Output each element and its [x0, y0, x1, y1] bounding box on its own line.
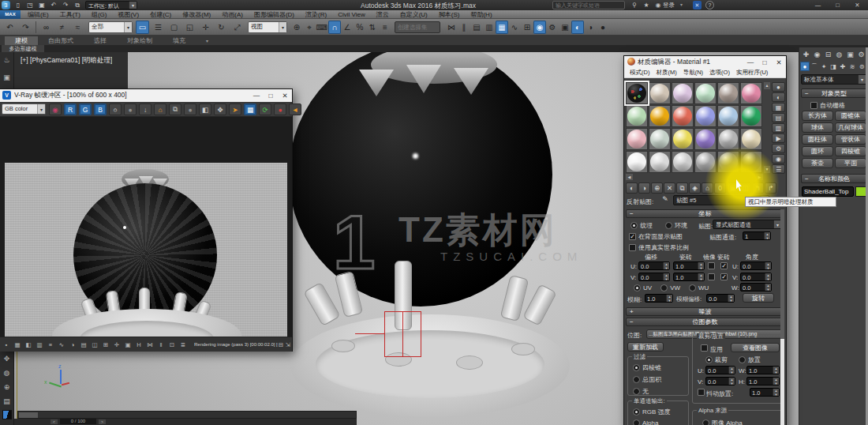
prev-frame-button[interactable]: < [51, 419, 58, 424]
material-swatch[interactable] [672, 82, 694, 104]
menu-item[interactable]: 模式(D) [627, 69, 653, 77]
selection-filter-dropdown[interactable]: 全部▾ [88, 21, 133, 33]
redo-icon[interactable]: ↷ [19, 21, 32, 34]
sample-type-icon[interactable]: ● [772, 82, 785, 92]
menu-item[interactable]: 自定义(U) [395, 11, 433, 19]
tube-button[interactable]: 管状体 [835, 134, 866, 145]
material-swatch[interactable] [672, 105, 694, 127]
place-radio[interactable] [739, 356, 746, 363]
crop-u-spinner[interactable]: 0.0▲▼ [705, 366, 735, 374]
render-last-icon[interactable]: ● [597, 21, 609, 34]
crop-v-spinner[interactable]: 0.0▲▼ [705, 377, 735, 386]
select-rotate-icon[interactable]: ↻ [215, 21, 228, 34]
scene-explorer-icon[interactable]: ▥ [483, 21, 496, 34]
menu-item[interactable]: 实用程序(U) [733, 69, 771, 77]
geosphere-button[interactable]: 几何球体 [835, 122, 866, 133]
material-swatch[interactable] [626, 151, 648, 173]
material-swatch[interactable] [626, 105, 648, 127]
select-move-icon[interactable]: ✛ [199, 21, 212, 34]
subcategory-dropdown[interactable]: 标准基本体▾ [801, 74, 866, 85]
make-copy-icon[interactable]: ⧉ [676, 182, 688, 194]
maximize-button[interactable]: □ [828, 0, 847, 10]
mapping-dropdown[interactable]: 显式贴图通道▾ [713, 220, 782, 229]
time-slider-thumb[interactable] [19, 412, 38, 418]
object-color-swatch[interactable] [855, 186, 866, 197]
spinner-snap-icon[interactable]: ⇅ [366, 21, 379, 34]
menu-item[interactable]: 编辑(E) [22, 11, 54, 19]
ocio-icon[interactable]: ◫ [90, 340, 99, 349]
material-editor-title-bar[interactable]: 材质编辑器 - Material #1 —□✕ [624, 56, 786, 68]
duplicate-buffer-icon[interactable]: ◧ [199, 103, 211, 115]
params-scrollbar-thumb[interactable] [780, 339, 784, 425]
menu-item[interactable]: 导航(N) [680, 69, 706, 77]
cameras-category-icon[interactable]: ◨ [829, 62, 838, 71]
minimize-button[interactable]: — [249, 89, 264, 102]
material-swatch[interactable] [694, 128, 716, 150]
menu-item[interactable]: 渲云 [371, 11, 395, 19]
track-mouse-icon[interactable]: ✥ [214, 103, 226, 115]
curves-icon[interactable]: ∿ [57, 340, 66, 349]
sphere-button[interactable]: 球体 [802, 122, 833, 133]
layer-manager-icon[interactable]: ▤ [470, 21, 483, 34]
chevron-down-icon[interactable]: ▾ [680, 2, 683, 7]
alpha-channel-icon[interactable]: ○ [109, 103, 122, 115]
menu-item[interactable]: 脚本(S) [433, 11, 466, 19]
curve-editor-icon[interactable]: ∿ [508, 21, 521, 34]
menu-item[interactable]: 创建(C) [144, 11, 177, 19]
crop-radio[interactable] [705, 356, 713, 363]
material-swatch[interactable] [717, 151, 739, 173]
material-swatch[interactable] [672, 151, 694, 173]
icc-icon[interactable]: ⊞ [101, 340, 110, 349]
help-icon[interactable]: ? [705, 1, 714, 9]
render-production-icon[interactable]: ◐ [571, 21, 584, 34]
menu-item[interactable]: Civil View [332, 11, 371, 19]
reload-button[interactable]: 重新加载 [627, 342, 664, 352]
menu-item[interactable]: 修改器(M) [177, 11, 216, 19]
load-image-icon[interactable]: ⌂ [154, 103, 166, 115]
material-swatch[interactable] [717, 82, 739, 104]
jitter-spinner[interactable]: 1.0▲▼ [750, 388, 780, 397]
history-icon[interactable]: ≣ [178, 340, 188, 349]
go-parent-icon[interactable]: ↰ [752, 182, 764, 194]
u-offset-spinner[interactable]: 0.0▲▼ [638, 261, 670, 270]
environment-radio[interactable] [665, 222, 672, 229]
v-mirror-checkbox[interactable] [708, 273, 715, 280]
last-vfb-icon[interactable]: ◄ [289, 103, 301, 115]
show-on-back-checkbox[interactable] [629, 233, 636, 240]
pan-hand-icon[interactable]: ✥ [2, 354, 12, 363]
cone-button[interactable]: 圆锥体 [835, 111, 866, 121]
wu-radio[interactable] [689, 284, 696, 291]
select-object-icon[interactable]: ▭ [136, 21, 149, 34]
material-swatch[interactable] [626, 128, 648, 150]
background-icon[interactable]: ▦ [13, 340, 22, 349]
alpha-image-radio[interactable] [702, 419, 709, 425]
account-icon[interactable]: ◉ [653, 1, 663, 9]
viewport-label[interactable]: [+] [PhysCamera01] [明暗处理] [21, 56, 112, 66]
angle-snap-icon[interactable]: ∠ [341, 21, 354, 34]
percent-snap-icon[interactable]: % [354, 21, 366, 34]
jitter-checkbox[interactable] [698, 389, 705, 396]
texture-radio[interactable] [630, 222, 638, 229]
spacewarps-category-icon[interactable]: ≋ [847, 62, 857, 71]
workspace-dropdown[interactable]: 工作区: 默认▾ [85, 1, 137, 9]
material-swatch[interactable] [717, 128, 739, 150]
object-name-field[interactable] [802, 186, 854, 197]
color-corrections-icon[interactable]: ▦ [244, 103, 256, 115]
u-angle-spinner[interactable]: 0.0▲▼ [740, 261, 772, 270]
navigator-icon[interactable]: ☰ [772, 164, 785, 174]
max-badge[interactable]: MAX [0, 10, 21, 19]
white-balance-icon[interactable]: ▥ [35, 340, 44, 349]
exposure-icon[interactable]: ◑ [68, 340, 77, 349]
window-crossing-icon[interactable]: ◱ [183, 21, 196, 34]
uv-radio[interactable] [634, 284, 641, 291]
v-tile-checkbox[interactable] [720, 273, 728, 280]
stop-render-icon[interactable]: ● [274, 103, 286, 115]
render-iterative-icon[interactable]: ◑ [584, 21, 597, 34]
close-button[interactable]: ✕ [278, 89, 292, 102]
material-swatch[interactable] [740, 105, 762, 127]
menu-item[interactable]: 材质(M) [653, 69, 679, 77]
snap-toggle-3d-icon[interactable]: ∩ [328, 21, 341, 34]
close-button[interactable]: ✕ [772, 56, 786, 68]
name-color-rollout[interactable]: −名称和颜色 [801, 174, 867, 183]
schematic-view-icon[interactable]: ⊞ [521, 21, 533, 34]
